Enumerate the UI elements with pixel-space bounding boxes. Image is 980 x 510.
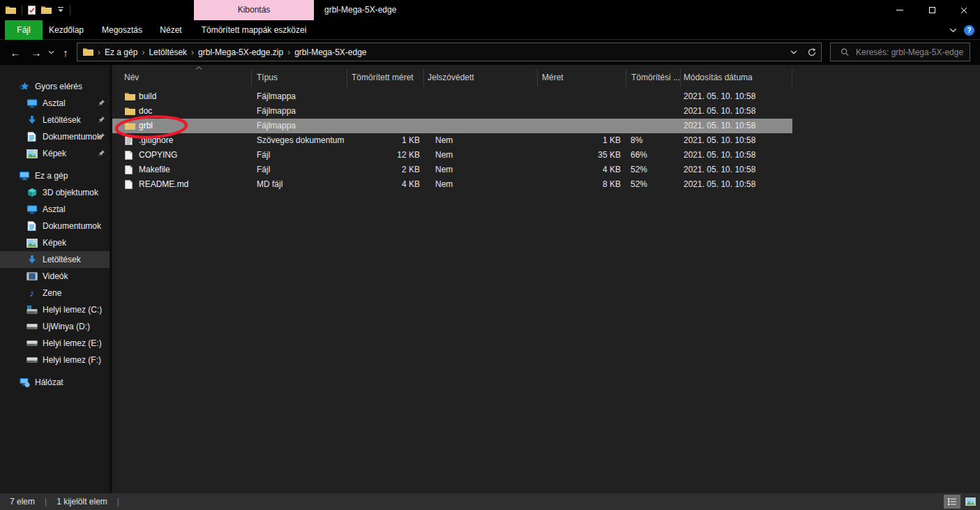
sidebar-item-downloads-qa[interactable]: Letöltések (0, 112, 110, 128)
quick-access-toolbar (6, 0, 70, 20)
file-list-pane: Név Típus Tömörített méret Jelszóvédett … (112, 65, 980, 493)
computer-icon (18, 171, 30, 181)
download-icon (26, 255, 38, 264)
sidebar-item-drive-f[interactable]: Helyi lemez (F:) (0, 352, 110, 368)
sidebar-item-downloads[interactable]: Letöltések (0, 251, 110, 268)
folder-icon (125, 92, 136, 101)
forward-button[interactable]: → (29, 40, 43, 65)
file-row-makefile[interactable]: Makefile Fájl 2 KB Nem 4 KB 52% 2021. 05… (112, 163, 792, 177)
qat-customize-chevron-icon[interactable] (57, 7, 64, 13)
search-icon (840, 47, 849, 57)
breadcrumb-zip[interactable]: grbl-Mega-5X-edge.zip (198, 47, 283, 57)
column-header-ratio[interactable]: Tömörítési ... (626, 69, 681, 87)
minimize-icon (896, 10, 903, 10)
column-header-password[interactable]: Jelszóvédett (424, 69, 538, 87)
sidebar-item-this-pc[interactable]: Ez a gép (0, 167, 110, 184)
maximize-button[interactable] (916, 0, 948, 20)
document-icon (26, 221, 38, 231)
breadcrumb-downloads[interactable]: Letöltések (149, 47, 187, 57)
pin-icon (98, 149, 105, 159)
pin-icon (98, 133, 105, 142)
cube-icon (26, 188, 38, 197)
sidebar-item-videos[interactable]: Videók (0, 268, 110, 285)
details-view-button[interactable] (944, 495, 960, 509)
file-row-readme[interactable]: README.md MD fájl 4 KB Nem 8 KB 52% 2021… (112, 177, 792, 192)
sidebar-item-3d-objects[interactable]: 3D objektumok (0, 184, 110, 201)
file-row-grbl-selected[interactable]: grbl Fájlmappa 2021. 05. 10. 10:58 (112, 119, 792, 133)
file-rows: build Fájlmappa 2021. 05. 10. 10:58 doc … (112, 89, 792, 192)
explorer-window: Kibontás grbl-Mega-5X-edge Fájl Kezdőlap… (0, 0, 980, 510)
breadcrumb-current[interactable]: grbl-Mega-5X-edge (294, 47, 366, 57)
details-view-icon (947, 497, 957, 506)
file-row-copying[interactable]: COPYING Fájl 12 KB Nem 35 KB 66% 2021. 0… (112, 148, 792, 163)
back-button[interactable]: ← (8, 40, 22, 65)
file-row-doc[interactable]: doc Fájlmappa 2021. 05. 10. 10:58 (112, 104, 792, 119)
sidebar-item-drive-e[interactable]: Helyi lemez (E:) (0, 335, 110, 352)
sidebar-item-documents[interactable]: Dokumentumok (0, 218, 110, 234)
search-input[interactable] (856, 47, 964, 57)
breadcrumb-chevron-icon: › (137, 47, 149, 57)
check-document-icon[interactable] (28, 6, 36, 15)
status-bar: 7 elem | 1 kijelölt elem | (0, 493, 980, 510)
column-header-size[interactable]: Méret (538, 69, 626, 87)
breadcrumb-chevron-icon: › (187, 47, 198, 57)
file-icon (125, 165, 136, 174)
video-icon (26, 272, 38, 280)
desktop-icon (26, 204, 38, 214)
file-row-gitignore[interactable]: .gitignore Szöveges dokumentum 1 KB Nem … (112, 133, 792, 148)
column-header-modified[interactable]: Módosítás dátuma (681, 69, 792, 87)
column-header-name[interactable]: Név (112, 69, 252, 87)
sidebar-item-drive-c[interactable]: Helyi lemez (C:) (0, 301, 110, 318)
drive-icon (26, 357, 38, 363)
sidebar-item-documents-qa[interactable]: Dokumentumok (0, 128, 110, 145)
navigation-toolbar: ← → ↑ › Ez a gép › Letöltések › grbl-Meg… (0, 40, 980, 65)
windows-drive-icon (26, 306, 38, 314)
picture-icon (26, 239, 38, 248)
chevron-down-icon (790, 50, 797, 54)
tab-home[interactable]: Kezdőlap (45, 20, 88, 40)
column-header-compressed[interactable]: Tömörített méret (347, 69, 424, 87)
sidebar-item-drive-d[interactable]: UjWinya (D:) (0, 318, 110, 335)
file-icon (125, 180, 136, 189)
window-controls (884, 0, 980, 20)
close-icon (960, 7, 967, 14)
address-dropdown-button[interactable] (785, 43, 803, 61)
folder-icon (125, 107, 136, 116)
status-separator: | (117, 497, 119, 507)
sidebar-item-pictures[interactable]: Képek (0, 234, 110, 251)
ribbon-expand-chevron-icon[interactable] (949, 28, 957, 33)
close-button[interactable] (948, 0, 980, 20)
sidebar-item-desktop[interactable]: Asztal (0, 201, 110, 218)
pin-icon (98, 116, 105, 126)
minimize-button[interactable] (884, 0, 916, 20)
sidebar-item-network[interactable]: Hálózat (0, 374, 110, 391)
thumbnail-view-button[interactable] (962, 495, 979, 509)
main-area: Gyors elérés Asztal Letöltések Dokumentu… (0, 65, 980, 493)
tab-compressed-folder-tools[interactable]: Tömörített mappák eszközei (194, 20, 314, 40)
music-icon: ♪ (26, 288, 38, 298)
tab-file[interactable]: Fájl (5, 20, 43, 40)
picture-icon (26, 149, 38, 158)
recent-locations-chevron-icon[interactable] (46, 40, 56, 65)
context-ribbon-header[interactable]: Kibontás (194, 0, 314, 20)
sidebar-item-desktop-qa[interactable]: Asztal (0, 95, 110, 112)
file-row-build[interactable]: build Fájlmappa 2021. 05. 10. 10:58 (112, 89, 792, 104)
refresh-button[interactable] (803, 43, 821, 61)
sidebar-item-music[interactable]: ♪ Zene (0, 285, 110, 301)
column-header-type[interactable]: Típus (252, 69, 347, 87)
help-button[interactable]: ? (964, 25, 974, 36)
new-folder-icon[interactable] (41, 6, 52, 15)
folder-properties-icon[interactable] (6, 6, 16, 15)
breadcrumb-this-pc[interactable]: Ez a gép (105, 47, 137, 57)
pin-icon (98, 99, 105, 109)
tab-share[interactable]: Megosztás (95, 20, 149, 40)
sidebar-item-quick-access[interactable]: Gyors elérés (0, 78, 110, 95)
up-button[interactable]: ↑ (59, 40, 73, 65)
folder-icon (83, 47, 93, 57)
file-icon (125, 151, 136, 160)
tab-view[interactable]: Nézet (153, 20, 188, 40)
document-icon (26, 132, 38, 142)
sidebar-item-pictures-qa[interactable]: Képek (0, 145, 110, 162)
selected-count: 1 kijelölt elem (56, 497, 107, 507)
address-bar[interactable]: › Ez a gép › Letöltések › grbl-Mega-5X-e… (77, 43, 822, 61)
